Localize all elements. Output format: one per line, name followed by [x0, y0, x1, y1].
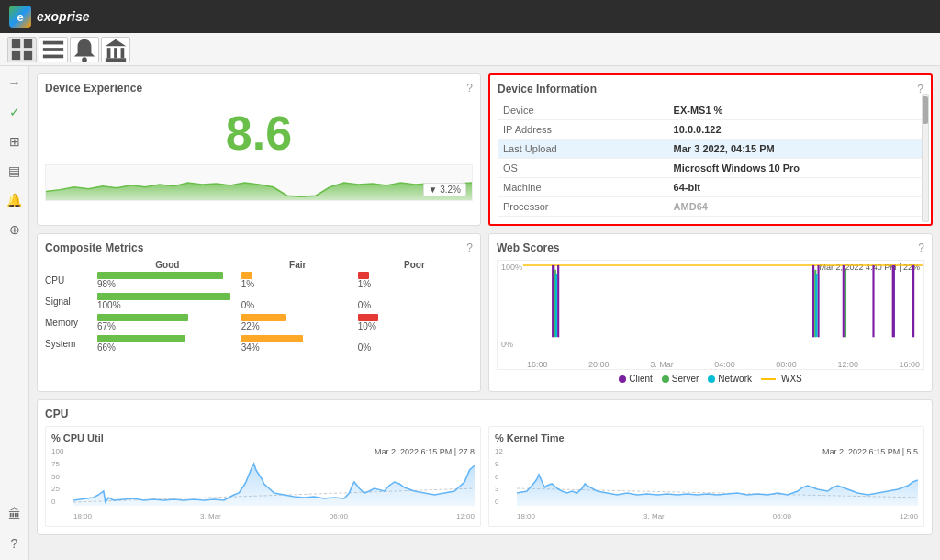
scrollbar[interactable]	[922, 94, 929, 222]
tab-list[interactable]	[39, 37, 68, 62]
web-scores-chart: 100% 0% Mar 2, 2022 4:40 PM | 22%	[497, 260, 924, 370]
svg-point-7	[82, 57, 87, 62]
machine-value: 64-bit	[668, 178, 923, 197]
svg-rect-1	[24, 39, 32, 47]
os-label: OS	[498, 159, 668, 178]
processor-label: Processor	[498, 197, 668, 217]
svg-rect-10	[114, 48, 118, 58]
device-experience-card: Device Experience ? 8.6 ▼ 3.2%	[37, 73, 481, 226]
table-row: IP Address 10.0.0.122	[498, 120, 923, 140]
svg-rect-8	[106, 58, 126, 62]
memory-fair-val: 22%	[241, 321, 354, 331]
cpu-util-area: Mar 2, 2022 6:15 PM | 27.8 100 75 50 25 …	[51, 447, 475, 521]
client-label: Client	[629, 374, 653, 384]
tab-bank[interactable]	[101, 37, 130, 62]
legend-network: Network	[708, 374, 752, 384]
cpu-fair-val: 1%	[241, 279, 354, 289]
legend-client: Client	[619, 374, 653, 384]
kernel-time-chart: % Kernel Time Mar 2, 2022 6:15 PM | 5.5 …	[488, 426, 924, 527]
web-scores-chart-main	[523, 261, 923, 351]
device-experience-title: Device Experience ?	[45, 82, 473, 95]
device-score: 8.6	[45, 100, 473, 161]
kernel-time-area: Mar 2, 2022 6:15 PM | 5.5 12 9 6 3 0	[495, 447, 918, 521]
kernel-time-sparkline	[517, 447, 918, 506]
sidebar-help-icon[interactable]: ?	[2, 531, 28, 556]
signal-good-val: 100%	[97, 300, 238, 310]
legend-server: Server	[662, 374, 699, 384]
cpu-util-sparkline	[73, 447, 475, 506]
signal-fair-val: 0%	[241, 300, 354, 310]
web-scores-help[interactable]: ?	[918, 241, 924, 254]
cpu-fair-bar	[241, 272, 252, 279]
server-dot	[662, 375, 669, 383]
svg-marker-12	[106, 39, 126, 45]
content-area: Device Experience ? 8.6 ▼ 3.2%	[29, 66, 940, 560]
table-row: OS Microsoft Windows 10 Pro	[498, 159, 923, 178]
metric-memory-label: Memory	[45, 312, 95, 333]
memory-good-bar	[97, 314, 188, 321]
svg-rect-27	[523, 337, 923, 351]
cpu-util-chart: % CPU Util Mar 2, 2022 6:15 PM | 27.8 10…	[45, 426, 481, 527]
device-info-card: Device Information ? Device EX-MS1 % IP …	[488, 73, 933, 226]
svg-rect-5	[43, 48, 63, 51]
composite-help[interactable]: ?	[466, 241, 473, 254]
ip-label: IP Address	[498, 120, 668, 140]
metric-system-label: System	[45, 333, 95, 354]
memory-fair-bar	[241, 314, 286, 321]
upload-value: Mar 3 2022, 04:15 PM	[668, 140, 923, 159]
web-scores-y-labels: 100% 0%	[498, 261, 526, 351]
memory-good-val: 67%	[97, 321, 238, 331]
sidebar-chart-icon[interactable]: ▤	[2, 158, 28, 184]
top-bar: e exoprise	[0, 0, 940, 33]
sidebar-bell-icon[interactable]: 🔔	[2, 187, 28, 213]
signal-poor-val: 0%	[358, 300, 471, 310]
composite-metrics-card: Composite Metrics ? Good Fair Poor CPU 9…	[37, 233, 481, 392]
logo-text: exoprise	[37, 9, 90, 24]
header-good: Good	[95, 260, 240, 270]
cpu-util-x-labels: 18:00 3. Mar 06:00 12:00	[73, 512, 475, 521]
cpu-poor-bar	[358, 272, 369, 279]
svg-rect-6	[43, 54, 63, 58]
sidebar-check-icon[interactable]: ✓	[2, 99, 28, 125]
system-fair-bar	[241, 335, 304, 342]
sidebar-bank-icon[interactable]: 🏛	[2, 501, 28, 527]
svg-rect-9	[107, 48, 111, 58]
network-dot	[708, 375, 715, 383]
server-label: Server	[672, 374, 699, 384]
device-info-table: Device EX-MS1 % IP Address 10.0.0.122 La…	[498, 101, 923, 217]
memory-poor-val: 10%	[358, 321, 471, 331]
metric-cpu-label: CPU	[45, 270, 95, 291]
tab-grid[interactable]	[7, 37, 37, 62]
composite-title: Composite Metrics ?	[45, 241, 473, 254]
device-experience-help[interactable]: ?	[466, 82, 473, 95]
scroll-thumb	[923, 96, 928, 124]
upload-label: Last Upload	[498, 140, 668, 159]
table-row: Last Upload Mar 3 2022, 04:15 PM	[498, 140, 923, 159]
memory-poor-bar	[358, 314, 378, 321]
web-scores-legend: Client Server Network WXS	[497, 374, 924, 384]
table-row: Machine 64-bit	[498, 178, 923, 197]
system-poor-val: 0%	[358, 342, 471, 353]
os-value: Microsoft Windows 10 Pro	[668, 159, 923, 178]
svg-rect-0	[12, 39, 20, 47]
main-layout: → ✓ ⊞ ▤ 🔔 ⊕ 🏛 ? Device Experience ? 8.6	[0, 66, 940, 560]
web-scores-x-labels: 16:00 20:00 3. Mar 04:00 08:00 12:00 16:…	[523, 360, 923, 369]
score-delta: ▼ 3.2%	[423, 183, 466, 196]
sidebar-grid-icon[interactable]: ⊞	[2, 129, 28, 154]
cpu-good-bar	[97, 272, 223, 279]
cpu-section-title: CPU	[45, 408, 924, 420]
device-value: EX-MS1 %	[668, 101, 923, 120]
tab-bell[interactable]	[70, 37, 99, 62]
logo-icon: e	[9, 6, 31, 28]
sidebar-arrow-icon[interactable]: →	[2, 70, 28, 95]
device-sparkline: ▼ 3.2%	[45, 164, 473, 201]
cpu-util-y-labels: 100 75 50 25 0	[51, 447, 63, 506]
table-row: Device EX-MS1 %	[498, 101, 923, 120]
processor-value: AMD64	[668, 197, 923, 217]
sidebar-globe-icon[interactable]: ⊕	[2, 217, 28, 242]
cpu-poor-val: 1%	[358, 279, 471, 289]
svg-rect-3	[24, 50, 32, 59]
network-label: Network	[718, 374, 752, 384]
web-scores-title: Web Scores ?	[497, 241, 924, 254]
logo: e exoprise	[9, 6, 90, 28]
